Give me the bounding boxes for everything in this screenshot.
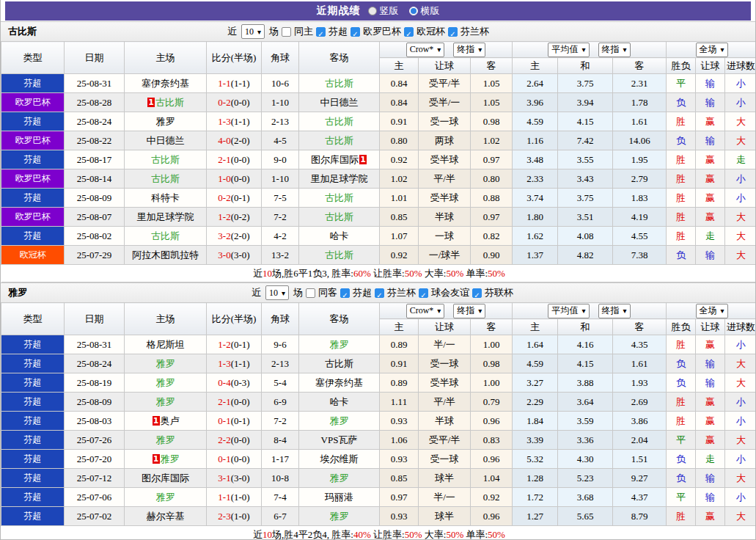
league-badge: 欧罗巴杯 <box>1 169 64 188</box>
halftime-score: (0-0) <box>231 173 250 184</box>
league-checkbox-label: 芬兰杯 <box>387 286 416 299</box>
average-select[interactable]: 平均值 <box>548 43 589 57</box>
league-checkbox[interactable] <box>404 27 414 37</box>
average-odds-cell: 2.79 <box>613 169 667 189</box>
table-row: 芬超25-07-201雅罗0-1(0-0)1-17埃尔维斯0.93受一球0.96… <box>1 450 756 469</box>
home-team-cell: 塞伊奈约基 <box>125 74 207 93</box>
result-handicap-cell: 赢 <box>696 112 725 131</box>
corner-cell: 7-2 <box>262 208 299 227</box>
average-odds-cell: 1.95 <box>613 150 667 169</box>
crown-odds-cell: 0.91 <box>380 354 419 373</box>
result-outcome-cell: 胜 <box>667 169 696 189</box>
home-team-name: 科特卡 <box>151 192 180 203</box>
layout-radio-horizontal[interactable]: 横版 <box>409 4 440 18</box>
average-odds-cell: 2.31 <box>613 74 667 93</box>
league-checkbox[interactable] <box>375 288 384 298</box>
date-cell: 25-08-09 <box>65 393 125 412</box>
final-index-select-value: 终指 <box>457 304 474 317</box>
final-index-select[interactable]: 终指 <box>598 43 631 57</box>
layout-radio-vertical[interactable]: 竖版 <box>368 4 399 18</box>
corner-cell: 2-13 <box>262 354 299 373</box>
away-team-cell: 古比斯 <box>299 131 380 150</box>
sub-column-header: 让球 <box>419 58 471 74</box>
recent-count-select[interactable]: 10 <box>241 24 265 39</box>
result-goals-cell: 小 <box>725 189 756 208</box>
sub-column-header: 和 <box>558 319 613 335</box>
result-group: 全场 <box>667 42 756 58</box>
final-index-select[interactable]: 终指 <box>598 304 631 318</box>
crown-odds-cell: 一/球半 <box>419 246 471 265</box>
average-odds-cell: 3.88 <box>558 373 613 393</box>
date-cell: 25-07-02 <box>65 507 125 526</box>
crown-odds-cell: 0.89 <box>380 335 419 354</box>
home-team-cell: 里加足球学院 <box>125 208 207 227</box>
home-team-cell: 雅罗 <box>125 488 207 507</box>
league-checkbox[interactable] <box>340 288 350 298</box>
league-checkbox[interactable] <box>419 288 428 298</box>
corner-cell: 13-2 <box>262 246 299 265</box>
sub-column-header: 进球数 <box>725 319 756 335</box>
halftime-score: (0-0) <box>231 97 250 108</box>
summary-segment: 40% <box>353 529 371 540</box>
recent-count-select[interactable]: 10 <box>265 285 289 300</box>
bookmaker-select[interactable]: Crow* <box>406 304 445 318</box>
away-team-name: 塞伊奈约基 <box>315 377 363 388</box>
column-header: 主场 <box>125 303 207 335</box>
same-venue-checkbox[interactable] <box>306 288 315 298</box>
crown-odds-cell: 0.84 <box>380 74 419 93</box>
fulltime-score: 1-0 <box>218 173 230 184</box>
sub-column-header: 主 <box>380 319 419 335</box>
league-badge: 芬超 <box>1 450 64 468</box>
league-checkbox[interactable] <box>472 288 482 298</box>
crown-odds-cell: 受平/半 <box>419 74 471 93</box>
away-team-cell: 古比斯 <box>299 354 380 373</box>
league-checkbox[interactable] <box>351 27 360 37</box>
away-team-cell: 埃尔维斯 <box>299 450 380 469</box>
league-cell: 芬超 <box>1 150 65 169</box>
away-team-name: 里加足球学院 <box>311 173 368 184</box>
radio-icon[interactable] <box>409 7 418 15</box>
home-team-cell: 图尔库国际 <box>125 469 207 488</box>
scope-select[interactable]: 全场 <box>696 304 728 318</box>
away-team-name: 古比斯 <box>325 78 353 89</box>
league-checkbox[interactable] <box>448 27 458 37</box>
crown-odds-cell: 0.92 <box>380 150 419 169</box>
league-checkbox[interactable] <box>316 27 326 37</box>
home-team-name: 阿拉木图凯拉特 <box>132 249 199 260</box>
average-odds-cell: 1.83 <box>613 189 667 208</box>
home-team-name: 雅罗 <box>156 492 175 503</box>
halftime-score: (0-3) <box>231 377 250 388</box>
final-index-select[interactable]: 终指 <box>453 43 485 57</box>
summary-segment: 50% <box>405 529 422 540</box>
average-odds-cell: 1.78 <box>613 93 667 112</box>
crown-odds-cell: 球半 <box>419 469 471 488</box>
bookmaker-select-value: Crow* <box>410 44 434 55</box>
fulltime-score: 3-0 <box>218 249 230 260</box>
league-badge: 欧罗巴杯 <box>1 131 64 150</box>
bookmaker-select[interactable]: Crow* <box>406 43 445 57</box>
team-name: 古比斯 <box>8 25 37 38</box>
crown-odds-cell: 受一球 <box>419 112 471 131</box>
scope-select[interactable]: 全场 <box>696 43 728 57</box>
same-venue-checkbox[interactable] <box>282 27 291 37</box>
average-select[interactable]: 平均值 <box>548 304 589 318</box>
result-handicap-cell: 输 <box>696 93 725 112</box>
crown-odds-cell: 1.06 <box>380 431 419 450</box>
average-odds-cell: 8.79 <box>613 507 667 526</box>
result-goals-cell: 小 <box>725 74 756 93</box>
league-cell: 欧罗巴杯 <box>1 131 65 150</box>
halftime-score: (1-1) <box>231 116 250 127</box>
column-header: 角球 <box>262 42 299 74</box>
bookmaker-select-value: Crow* <box>410 305 434 316</box>
crown-odds-cell: 0.92 <box>380 246 419 265</box>
away-team-name: 古比斯 <box>325 135 353 146</box>
crown-odds-cell: 0.80 <box>380 131 419 150</box>
final-index-select[interactable]: 终指 <box>453 304 485 318</box>
home-team-name: 中日德兰 <box>147 135 185 146</box>
corner-cell: 7-4 <box>262 488 299 507</box>
radio-icon[interactable] <box>368 7 377 15</box>
crown-odds-cell: 0.97 <box>380 488 419 507</box>
table-row: 芬超25-07-06雅罗1-1(1-0)7-4玛丽港0.97半/一0.921.7… <box>1 488 756 507</box>
result-handicap-cell: 走 <box>696 227 725 246</box>
crown-odds-cell: 受半球 <box>419 373 471 393</box>
